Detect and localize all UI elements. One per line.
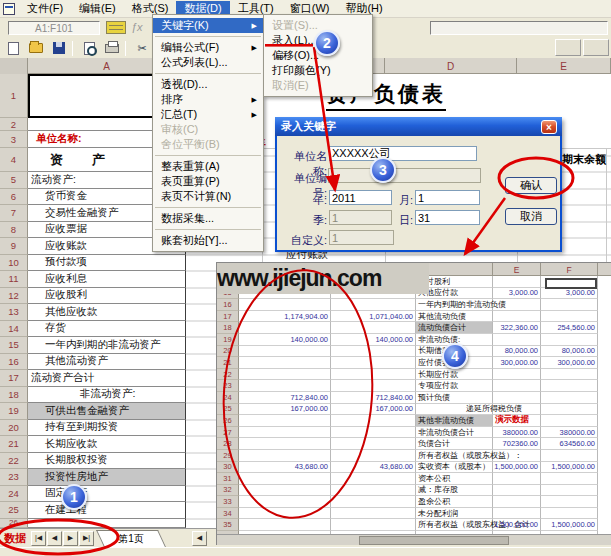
amount-cell[interactable]: 254,560.00 [541,322,598,334]
asset-label-cell[interactable]: 长期股权投资 [28,453,186,470]
row-header[interactable]: 11 [0,271,28,288]
amount-cell[interactable]: 380000.00 [541,427,598,439]
amount-cell[interactable] [493,334,541,346]
amount-cell[interactable]: 702360.00 [493,438,541,450]
amount-cell[interactable]: 712,840.00 [331,392,416,404]
amount-cell[interactable]: 3,000.00 [493,288,541,300]
asset-label-cell[interactable]: 存货 [28,321,186,338]
row-header[interactable]: 22 [0,453,28,470]
asset-label-cell[interactable]: 应收利息 [28,271,186,288]
amount-cell[interactable] [239,380,331,392]
liability-label-cell[interactable]: 其他流动负债 [416,311,493,323]
submenu-option[interactable]: 设置(S)... [264,18,372,33]
liability-label-cell[interactable]: 专项应付款 [416,380,493,392]
row-header[interactable]: 4 [0,148,28,172]
row-header[interactable]: 19 [0,403,28,420]
row-header[interactable]: 24 [0,486,28,503]
asset-label-cell[interactable]: 流动资产合计 [28,370,186,387]
amount-cell[interactable] [239,473,331,485]
unit-code-field[interactable] [328,168,481,183]
amount-cell[interactable]: 1,500,000.00 [493,519,541,531]
row-header[interactable]: 17 [0,370,28,387]
print-preview-icon[interactable] [79,40,99,57]
amount-cell[interactable]: 1,500,000.00 [541,462,598,474]
asset-label-cell[interactable]: 预付款项 [28,255,186,272]
row-header[interactable]: 13 [0,304,28,321]
liability-label-cell[interactable]: 未分配利润 [416,508,493,520]
menu-option[interactable] [153,204,263,211]
row-header[interactable]: 30 [217,462,239,474]
row-header[interactable]: 21 [217,357,239,369]
row-header[interactable]: 17 [217,311,239,323]
amount-cell[interactable]: 140,000.00 [239,334,331,346]
row-header[interactable]: 25 [217,404,239,416]
menu-option[interactable]: 账套初始[Y]... [153,233,263,248]
unit-name-field[interactable] [329,146,477,161]
amount-cell[interactable] [331,473,416,485]
year-field[interactable] [329,190,392,205]
menu-option[interactable]: 编辑公式(F) ▶ [153,40,263,55]
amount-cell[interactable] [331,322,416,334]
row-header[interactable]: 5 [0,172,28,189]
row-header[interactable]: 28 [217,438,239,450]
amount-cell[interactable]: 43,680.00 [239,462,331,474]
row-header[interactable]: 32 [217,485,239,497]
menu-option[interactable]: 审核(C) [153,122,263,137]
asset-label-cell[interactable]: 投资性房地产 [28,469,186,486]
menu-option[interactable] [153,33,263,40]
row-header[interactable]: 18 [217,322,239,334]
amount-cell[interactable] [493,380,541,392]
menu-option[interactable]: 整表重算(A) [153,159,263,174]
amount-cell[interactable] [541,473,598,485]
amount-cell[interactable] [239,519,331,531]
liability-label-cell[interactable]: 非流动负债合计 [416,427,493,439]
asset-label-cell[interactable]: 其他流动资产 [28,354,186,371]
asset-label-cell[interactable]: 长期应收款 [28,436,186,453]
menu-item[interactable]: 文件(F) [19,1,71,17]
row-header[interactable]: 23 [0,469,28,486]
menu-option[interactable]: 公式列表(L)... [153,55,263,70]
asset-label-cell[interactable]: 一年内到期的非流动资产 [28,337,186,354]
tab-nav-button[interactable]: ▶| [79,531,94,546]
liability-label-cell[interactable]: 所有者权益（或股东权益）合计 [416,519,493,531]
liability-label-cell[interactable]: 流动负债合计 [416,322,493,334]
row-header[interactable]: 16 [217,299,239,311]
scrollbar-thumb[interactable] [359,536,509,545]
column-header-d[interactable]: D [385,58,517,74]
menu-option[interactable]: 表页重算(P) [153,174,263,189]
menu-option[interactable]: 舍位平衡(B) [153,137,263,152]
row-header[interactable]: 35 [217,519,239,531]
row-header[interactable]: 15 [0,337,28,354]
amount-cell[interactable]: 80,000.00 [493,346,541,358]
amount-cell[interactable] [239,299,331,311]
tab-nav-button[interactable]: |◀ [31,531,46,546]
empty-cell[interactable] [28,519,186,528]
amount-cell[interactable]: 1,071,040.00 [331,311,416,323]
amount-cell[interactable] [331,519,416,531]
amount-cell[interactable] [541,404,598,416]
row-header[interactable]: 22 [217,369,239,381]
asset-label-cell[interactable]: 可供出售金融资产 [28,403,186,420]
menu-option[interactable] [153,70,263,77]
amount-cell[interactable]: 167,000.00 [239,404,331,416]
overlay-column-header-e[interactable]: E [493,263,541,276]
amount-cell[interactable] [331,346,416,358]
amount-cell[interactable]: 167,000.00 [331,404,416,416]
amount-cell[interactable] [239,450,331,462]
row-header[interactable]: 2 [0,118,28,131]
liability-label-cell[interactable]: 盈余公积 [416,496,493,508]
amount-cell[interactable] [541,369,598,381]
amount-cell[interactable] [493,473,541,485]
amount-cell[interactable] [541,485,598,497]
toolbar-button-block[interactable] [583,39,609,56]
amount-cell[interactable] [331,415,416,427]
row-header[interactable]: 21 [0,436,28,453]
amount-cell[interactable] [239,357,331,369]
row-header[interactable]: 29 [217,450,239,462]
month-field[interactable] [415,190,480,205]
save-icon[interactable] [49,40,69,57]
amount-cell[interactable]: 1,500,000.00 [541,519,598,531]
horizontal-scrollbar[interactable] [217,534,611,545]
amount-cell[interactable] [541,334,598,346]
row-header[interactable]: 24 [217,392,239,404]
